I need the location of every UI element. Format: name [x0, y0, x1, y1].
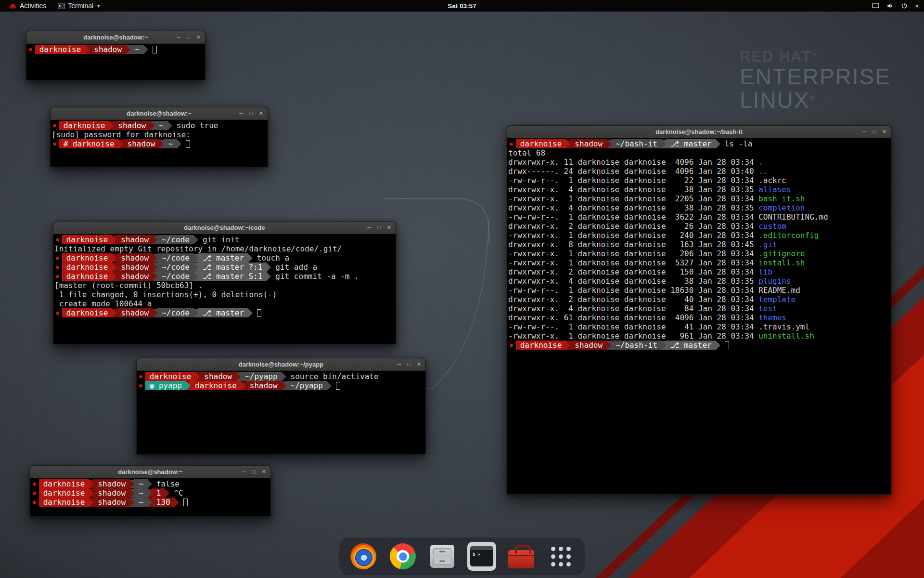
app-menu-terminal[interactable]: Terminal ▾: [53, 0, 104, 12]
ls-output-line: -rw-rw-r--. 1 darknoise darknoise 18630 …: [508, 286, 890, 295]
prompt-segment-path: ~/code: [157, 235, 194, 244]
minimize-button[interactable]: ─: [367, 225, 371, 230]
prompt-segment-user: darknoise: [62, 263, 113, 272]
ls-filename: completion: [758, 203, 805, 212]
window-title: darknoise@shadow:~/code: [184, 224, 265, 231]
ls-output-line: -rwxrwxr-x. 1 darknoise darknoise 206 Ja…: [508, 249, 890, 258]
activities-button[interactable]: Activities: [4, 0, 51, 12]
window-titlebar[interactable]: darknoise@shadow:~ ─ □ ✕: [51, 107, 268, 120]
powerline-separator-icon: [153, 309, 157, 317]
prompt-redhat-icon: ●: [139, 381, 142, 390]
minimize-button[interactable]: ─: [862, 129, 866, 134]
dock-terminal-icon[interactable]: [467, 542, 496, 571]
maximize-button[interactable]: □: [377, 225, 381, 230]
prompt-segment-user: darknoise: [39, 479, 90, 488]
dock-firefox-icon[interactable]: [349, 542, 378, 571]
prompt-segment-git: ⎇ master: [198, 253, 248, 263]
close-button[interactable]: ✕: [196, 35, 201, 40]
ls-output-line: -rwxrwxr-x. 1 darknoise darknoise 5327 J…: [508, 258, 890, 267]
close-button[interactable]: ✕: [417, 362, 421, 367]
powerline-separator-icon: [153, 263, 157, 272]
activities-label: Activities: [20, 2, 46, 10]
window-titlebar[interactable]: darknoise@shadow:~ ─ □ ✕: [30, 466, 270, 478]
window-titlebar[interactable]: darknoise@shadow:~/code ─ □ ✕: [53, 222, 396, 234]
prompt-redhat-icon: ●: [56, 272, 59, 281]
terminal-content[interactable]: ●darknoiseshadow~/pyappsource bin/activa…: [137, 371, 425, 454]
maximize-button[interactable]: □: [252, 469, 256, 474]
powerline-separator-icon: [175, 498, 179, 507]
terminal-window-bash-it: darknoise@shadow:~/bash-it ─ □ ✕ ●darkno…: [507, 125, 891, 495]
window-titlebar[interactable]: darknoise@shadow:~/bash-it ─ □ ✕: [507, 126, 891, 138]
terminal-content[interactable]: ●darknoiseshadow~: [26, 44, 205, 80]
close-button[interactable]: ✕: [387, 225, 391, 230]
powerline-separator-icon: [662, 341, 666, 350]
prompt-redhat-icon: ●: [56, 308, 59, 317]
prompt-segment-path: ~: [134, 498, 148, 507]
prompt-redhat-icon: ●: [33, 498, 36, 507]
maximize-button[interactable]: □: [873, 129, 876, 134]
prompt-segment-host: shadow: [93, 488, 130, 498]
prompt-segment-host: shadow: [93, 498, 130, 507]
ls-filename: .editorconfig: [758, 231, 819, 240]
powerline-separator-icon: [282, 372, 286, 381]
dock-chrome-icon[interactable]: [388, 542, 417, 571]
maximize-button[interactable]: □: [187, 35, 190, 40]
close-button[interactable]: ✕: [262, 469, 266, 474]
terminal-line: ●darknoiseshadow~1^C: [31, 488, 270, 498]
prompt-redhat-icon: ●: [29, 45, 32, 54]
window-titlebar[interactable]: darknoise@shadow:~/pyapp ─ □ ✕: [137, 358, 425, 371]
powerline-separator-icon: [327, 381, 332, 390]
terminal-content[interactable]: ●darknoiseshadow~false●darknoiseshadow~1…: [30, 478, 270, 516]
minimize-button[interactable]: ─: [177, 35, 180, 40]
terminal-content[interactable]: ●darknoiseshadow~/bash-it⎇ masterls -lat…: [507, 138, 891, 494]
minimize-button[interactable]: ─: [239, 111, 243, 116]
powerline-separator-icon: [607, 140, 611, 148]
prompt-redhat-icon: ●: [33, 488, 36, 498]
prompt-segment-host: shadow: [570, 341, 607, 350]
ls-filename: themes: [758, 313, 786, 322]
prompt-segment-user: darknoise: [59, 121, 110, 130]
ls-filename: ..: [758, 167, 768, 176]
prompt-redhat-icon: ●: [56, 263, 59, 272]
terminal-line: ●darknoiseshadow~sudo true: [51, 121, 267, 130]
powerline-separator-icon: [248, 309, 253, 317]
command-text: false: [152, 479, 180, 488]
window-titlebar[interactable]: darknoise@shadow:~ ─ □ ✕: [26, 31, 205, 44]
prompt-segment-path: ~: [164, 139, 177, 148]
powerline-separator-icon: [566, 140, 570, 148]
close-button[interactable]: ✕: [882, 129, 886, 134]
brand-linux: LINUX®: [740, 89, 891, 112]
prompt-segment-user: darknoise: [62, 308, 113, 317]
system-tray[interactable]: ▾: [872, 2, 924, 9]
maximize-button[interactable]: □: [407, 362, 411, 367]
maximize-button[interactable]: □: [249, 111, 253, 116]
command-text: touch a: [253, 253, 289, 263]
prompt-segment-host: shadow: [570, 139, 607, 148]
ls-filename: template: [758, 295, 796, 304]
ls-meta: drwxrwxr-x. 2 darknoise darknoise 26 Jan…: [508, 222, 758, 231]
powerline-separator-icon: [85, 45, 90, 54]
dock-toolbox-icon[interactable]: [507, 542, 536, 571]
terminal-content[interactable]: ●darknoiseshadow~sudo true[sudo] passwor…: [51, 120, 268, 167]
ls-output-line: drwx------. 24 darknoise darknoise 4096 …: [508, 167, 890, 176]
terminal-line: ●darknoiseshadow~/bash-it⎇ masterls -la: [508, 139, 890, 148]
terminal-window-home-2: darknoise@shadow:~ ─ □ ✕ ●darknoiseshado…: [30, 465, 271, 517]
top-bar: Activities Terminal ▾ Sat 03:57 ▾: [0, 0, 924, 12]
powerline-separator-icon: [716, 341, 720, 350]
ls-meta: drwxrwxr-x. 4 darknoise darknoise 38 Jan…: [508, 203, 758, 212]
toolbox-icon: [508, 550, 534, 568]
terminal-content[interactable]: ●darknoiseshadow~/codegit initInitialize…: [53, 234, 396, 344]
minimize-button[interactable]: ─: [242, 469, 246, 474]
ls-output-line: drwxrwxr-x. 4 darknoise darknoise 38 Jan…: [508, 185, 890, 194]
command-text: source bin/activate: [286, 372, 379, 381]
dock-files-icon[interactable]: [428, 542, 457, 571]
ls-meta: drwxrwxr-x. 4 darknoise darknoise 38 Jan…: [508, 276, 758, 286]
prompt-segment-host: shadow: [116, 272, 153, 281]
clock[interactable]: Sat 03:57: [448, 2, 476, 10]
prompt-segment-host: shadow: [245, 381, 282, 390]
close-button[interactable]: ✕: [259, 111, 263, 116]
prompt-segment-path: ~: [130, 45, 144, 54]
minimize-button[interactable]: ─: [397, 362, 401, 367]
dock-show-apps-icon[interactable]: [546, 542, 575, 571]
ls-meta: drwxrwxr-x. 11 darknoise darknoise 4096 …: [508, 158, 758, 167]
